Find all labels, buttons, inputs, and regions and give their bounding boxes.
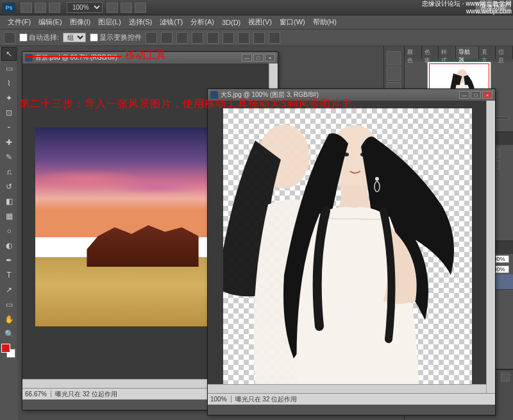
doc1-title-text: 背景.psd @ 66.7% (RGB/8#) xyxy=(35,53,117,62)
workspace: 颜色 色板 样式 导航器 直方 信息 100% 调整 xyxy=(18,46,513,420)
menu-filter[interactable]: 滤镜(T) xyxy=(156,16,187,28)
annotation-arrow xyxy=(26,56,122,57)
doc2-statusbar: 100% 曝光只在 32 位起作用 xyxy=(208,393,495,405)
auto-select-target[interactable]: 组 xyxy=(63,33,86,42)
doc1-icon xyxy=(25,54,33,62)
doc2-status-info: 曝光只在 32 位起作用 xyxy=(231,395,298,404)
pen-tool[interactable]: ✒ xyxy=(1,253,17,267)
menu-file[interactable]: 文件(F) xyxy=(4,16,35,28)
doc1-zoom[interactable]: 66.67% xyxy=(25,391,51,398)
auto-select-label: 自动选择: xyxy=(29,33,59,42)
doc1-minimize-button[interactable]: — xyxy=(242,54,252,62)
tab-histogram[interactable]: 直方 xyxy=(479,46,496,59)
appbar-btn-3[interactable] xyxy=(49,3,60,13)
svg-point-5 xyxy=(375,177,379,181)
hand-tool[interactable]: ✋ xyxy=(1,312,17,326)
appbar-btn-5[interactable] xyxy=(121,3,132,13)
stamp-tool[interactable]: ⎌ xyxy=(1,165,17,179)
watermark-line1: 忠缘设计论坛 · www网页教学网 xyxy=(422,0,512,8)
lasso-tool[interactable]: ⌇ xyxy=(1,76,17,90)
distribute-btn-1[interactable] xyxy=(238,32,249,44)
doc2-scrollbar-v[interactable] xyxy=(486,101,495,393)
menu-image[interactable]: 图像(I) xyxy=(66,16,94,28)
crop-tool[interactable]: ⊡ xyxy=(1,106,17,120)
watermark-line2: www.webjx.com xyxy=(422,8,512,15)
zoom-tool[interactable]: 🔍 xyxy=(1,327,17,341)
eraser-tool[interactable]: ◧ xyxy=(1,194,17,208)
toolbox: ↖ ▭ ⌇ ✦ ⊡ ⁃ ✚ ✎ ⎌ ↺ ◧ ▦ ○ ◐ ✒ T ↗ ▭ ✋ 🔍 xyxy=(0,46,18,360)
doc1-maximize-button[interactable]: □ xyxy=(253,54,264,62)
document-window-person[interactable]: 大S.jpg @ 100% (图层 3, RGB/8#) — □ × xyxy=(207,88,496,416)
options-bar: 自动选择: 组 显示变换控件 xyxy=(0,29,513,46)
doc2-scrollbar-h[interactable] xyxy=(208,384,486,393)
doc2-title-text: 大S.jpg @ 100% (图层 3, RGB/8#) xyxy=(221,90,319,99)
heal-tool[interactable]: ✚ xyxy=(1,135,17,149)
layer-trash-icon[interactable] xyxy=(501,373,510,382)
watermark: 忠缘设计论坛 · www网页教学网 www.webjx.com xyxy=(422,0,512,15)
marquee-tool[interactable]: ▭ xyxy=(1,62,17,76)
menu-select[interactable]: 选择(S) xyxy=(125,16,156,28)
auto-select-option[interactable]: 自动选择: xyxy=(19,33,59,42)
doc2-icon xyxy=(210,91,218,99)
tab-color[interactable]: 颜色 xyxy=(405,46,422,59)
auto-select-checkbox[interactable] xyxy=(19,33,28,42)
appbar-btn-6[interactable] xyxy=(135,3,146,13)
align-btn-3[interactable] xyxy=(176,32,188,44)
menu-analysis[interactable]: 分析(A) xyxy=(187,16,218,28)
menu-window[interactable]: 窗口(W) xyxy=(276,16,309,28)
zoom-select[interactable]: 100% xyxy=(67,2,103,13)
path-select-tool[interactable]: ↗ xyxy=(1,283,17,297)
wand-tool[interactable]: ✦ xyxy=(1,91,17,105)
menu-edit[interactable]: 编辑(E) xyxy=(35,16,66,28)
tab-styles[interactable]: 样式 xyxy=(439,46,456,59)
distribute-btn-3[interactable] xyxy=(269,32,280,44)
appbar-btn-4[interactable] xyxy=(106,3,118,13)
foreground-color-swatch[interactable] xyxy=(1,344,10,353)
move-tool[interactable]: ↖ xyxy=(1,47,17,61)
gradient-tool[interactable]: ▦ xyxy=(1,209,17,223)
doc1-titlebar[interactable]: 背景.psd @ 66.7% (RGB/8#) — □ × xyxy=(22,52,278,63)
dodge-tool[interactable]: ◐ xyxy=(1,239,17,253)
strip-icon-2[interactable] xyxy=(387,67,401,81)
doc2-maximize-button[interactable]: □ xyxy=(471,91,481,99)
shape-tool[interactable]: ▭ xyxy=(1,298,17,312)
doc2-canvas[interactable] xyxy=(208,101,495,393)
doc1-status-info: 曝光只在 32 位起作用 xyxy=(51,390,117,399)
appbar-btn-2[interactable] xyxy=(35,3,46,13)
align-btn-2[interactable] xyxy=(161,32,172,44)
doc2-titlebar[interactable]: 大S.jpg @ 100% (图层 3, RGB/8#) — □ × xyxy=(208,89,495,101)
align-btn-6[interactable] xyxy=(223,32,234,44)
menu-view[interactable]: 视图(V) xyxy=(244,16,276,28)
show-transform-checkbox[interactable] xyxy=(90,33,98,42)
align-btn-5[interactable] xyxy=(207,32,219,44)
tab-info[interactable]: 信息 xyxy=(496,46,513,59)
tab-swatches[interactable]: 色板 xyxy=(422,46,439,59)
color-swatches[interactable] xyxy=(1,344,15,358)
menu-bar: 文件(F) 编辑(E) 图像(I) 图层(L) 选择(S) 滤镜(T) 分析(A… xyxy=(0,15,513,29)
align-btn-1[interactable] xyxy=(146,32,157,44)
ps-logo: Ps xyxy=(3,3,15,13)
doc2-close-button[interactable]: × xyxy=(482,91,492,99)
app-bar: Ps 100% 基本功能 忠缘设计论坛 · www网页教学网 www.webjx… xyxy=(0,0,513,15)
landscape-image xyxy=(35,128,207,326)
doc2-minimize-button[interactable]: — xyxy=(459,91,469,99)
menu-help[interactable]: 帮助(H) xyxy=(309,16,341,28)
doc1-close-button[interactable]: × xyxy=(265,54,275,62)
menu-layer[interactable]: 图层(L) xyxy=(94,16,124,28)
panel-tabs-top: 颜色 色板 样式 导航器 直方 信息 xyxy=(405,46,513,59)
appbar-btn-1[interactable] xyxy=(21,3,32,13)
distribute-btn-2[interactable] xyxy=(253,32,265,44)
show-transform-option[interactable]: 显示变换控件 xyxy=(90,33,142,42)
strip-icon-1[interactable] xyxy=(387,51,401,65)
show-transform-label: 显示变换控件 xyxy=(99,33,142,42)
current-tool-icon[interactable] xyxy=(4,32,15,44)
doc2-zoom[interactable]: 100% xyxy=(210,396,231,403)
align-btn-4[interactable] xyxy=(192,32,203,44)
type-tool[interactable]: T xyxy=(1,268,17,282)
menu-3d[interactable]: 3D(D) xyxy=(218,17,244,28)
brush-tool[interactable]: ✎ xyxy=(1,150,17,164)
eyedropper-tool[interactable]: ⁃ xyxy=(1,121,17,135)
history-brush-tool[interactable]: ↺ xyxy=(1,180,17,194)
tab-navigator[interactable]: 导航器 xyxy=(456,46,479,59)
blur-tool[interactable]: ○ xyxy=(1,224,17,238)
